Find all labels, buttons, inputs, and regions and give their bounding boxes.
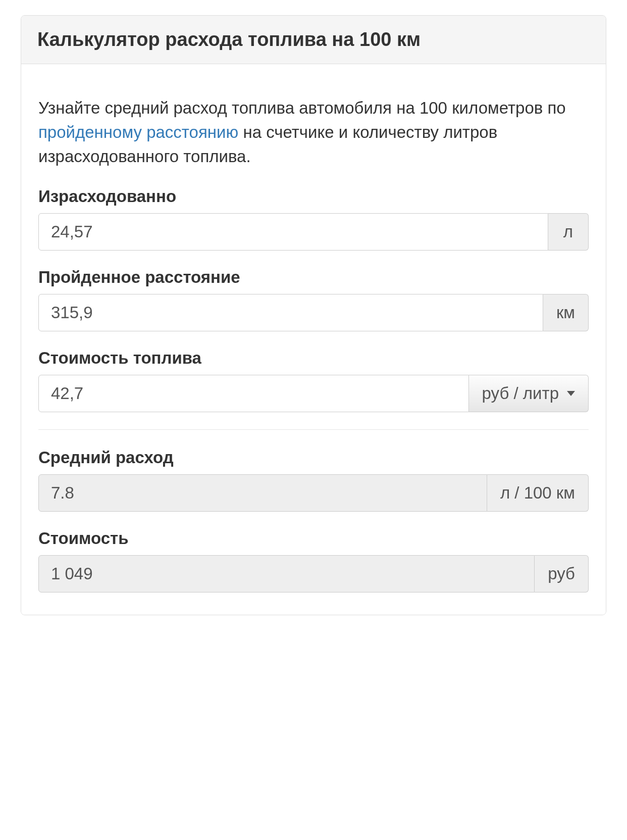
panel-body: Узнайте средний расход топлива автомобил… (21, 64, 606, 615)
cost-label: Стоимость (38, 529, 589, 548)
field-distance: Пройденное расстояние км (38, 268, 589, 331)
avg-output (38, 474, 487, 512)
field-avg: Средний расход л / 100 км (38, 448, 589, 512)
field-consumed: Израсходованно л (38, 187, 589, 251)
distance-label: Пройденное расстояние (38, 268, 589, 287)
distance-unit: км (543, 294, 589, 331)
price-input[interactable] (38, 375, 469, 412)
divider (38, 429, 589, 430)
consumed-input[interactable] (38, 213, 548, 251)
price-unit-label: руб / литр (482, 384, 559, 403)
field-cost: Стоимость руб (38, 529, 589, 592)
panel-title: Калькулятор расхода топлива на 100 км (21, 16, 606, 64)
consumed-label: Израсходованно (38, 187, 589, 206)
distance-link[interactable]: пройденному расстоянию (38, 123, 238, 141)
intro-before: Узнайте средний расход топлива автомобил… (38, 98, 566, 117)
calculator-panel: Калькулятор расхода топлива на 100 км Уз… (21, 15, 606, 615)
avg-unit: л / 100 км (487, 474, 589, 512)
price-label: Стоимость топлива (38, 349, 589, 368)
avg-label: Средний расход (38, 448, 589, 467)
caret-down-icon (567, 391, 575, 396)
distance-input[interactable] (38, 294, 543, 331)
cost-output (38, 555, 535, 592)
consumed-unit: л (548, 213, 589, 251)
field-price: Стоимость топлива руб / литр (38, 349, 589, 412)
cost-unit: руб (535, 555, 589, 592)
price-unit-dropdown[interactable]: руб / литр (469, 375, 589, 412)
intro-text: Узнайте средний расход топлива автомобил… (38, 96, 589, 169)
